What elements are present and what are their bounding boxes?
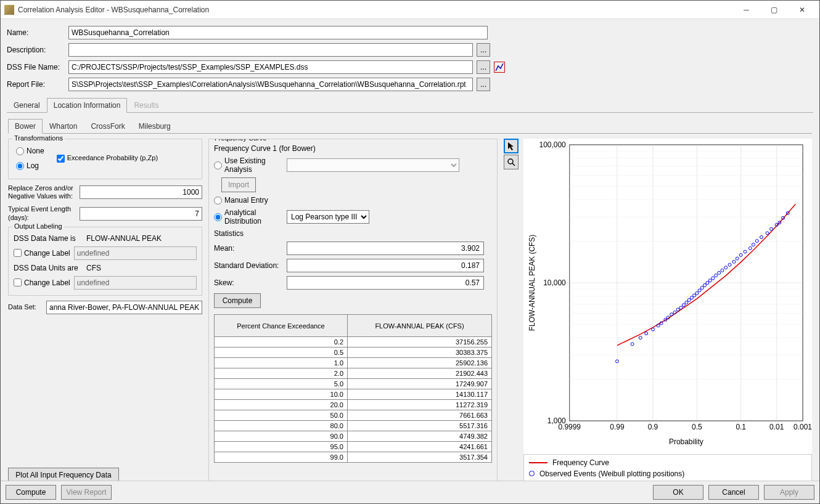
svg-point-64: [708, 279, 711, 282]
titlebar[interactable]: Correlation Analysis Editor - WBSusqueha…: [1, 1, 819, 19]
svg-point-66: [715, 274, 718, 277]
data-set-input[interactable]: [46, 301, 202, 314]
svg-point-69: [724, 266, 728, 269]
view-report-button: View Report: [61, 485, 112, 500]
table-row[interactable]: 80.05517.316: [215, 421, 492, 431]
radio-analytical[interactable]: Analytical Distribution: [214, 208, 282, 226]
table-row[interactable]: 90.04749.382: [215, 431, 492, 442]
dss-browse-button[interactable]: ...: [477, 60, 490, 74]
change-label-name-check[interactable]: Change Label: [14, 249, 70, 258]
chart-area: 0.99990.990.90.50.10.010.001100,00010,00…: [523, 139, 812, 481]
table-row[interactable]: 99.03517.354: [215, 452, 492, 463]
table-row[interactable]: 20.011272.319: [215, 400, 492, 410]
description-more-button[interactable]: ...: [477, 43, 490, 57]
tab-location-information[interactable]: Location Information: [47, 98, 128, 113]
mean-input[interactable]: [287, 242, 484, 255]
svg-point-57: [690, 296, 693, 299]
freq-curve-subtitle: Frequency Curve 1 (for Bower): [214, 144, 492, 153]
skew-label: Skew:: [214, 278, 282, 287]
std-label: Standard Deviation:: [214, 261, 282, 270]
tab-general[interactable]: General: [7, 98, 47, 112]
report-browse-button[interactable]: ...: [477, 78, 490, 91]
description-input[interactable]: [68, 43, 473, 57]
radio-none[interactable]: None: [16, 147, 44, 155]
minimize-button[interactable]: ─: [732, 1, 760, 18]
radio-log[interactable]: Log: [16, 161, 44, 170]
svg-point-79: [766, 232, 769, 235]
svg-point-70: [728, 263, 731, 266]
skew-input[interactable]: [287, 276, 484, 290]
app-window: Correlation Analysis Editor - WBSusqueha…: [0, 0, 820, 504]
dss-chart-icon[interactable]: [494, 62, 505, 73]
svg-text:0.01: 0.01: [769, 423, 784, 431]
tab-wharton[interactable]: Wharton: [43, 119, 84, 133]
tab-bower[interactable]: Bower: [8, 119, 43, 134]
replace-zeros-input[interactable]: [80, 185, 202, 199]
check-exceedance[interactable]: Exceedance Probability (p,Zp): [57, 154, 158, 162]
std-input[interactable]: [287, 259, 484, 272]
pointer-tool-button[interactable]: [504, 139, 519, 153]
svg-point-75: [748, 246, 752, 250]
report-file-input[interactable]: [68, 78, 473, 91]
table-row[interactable]: 2.021902.443: [215, 368, 492, 379]
table-row[interactable]: 0.530383.375: [215, 348, 492, 358]
tab-results: Results: [127, 98, 165, 112]
svg-point-62: [703, 283, 707, 287]
plot-all-button[interactable]: Plot All Input Frequency Data: [8, 468, 119, 481]
legend-line-icon: [529, 462, 547, 463]
svg-point-42: [631, 343, 634, 346]
table-row[interactable]: 0.237156.255: [215, 337, 492, 348]
data-set-label: Data Set:: [8, 303, 43, 311]
table-row[interactable]: 50.07661.663: [215, 410, 492, 421]
svg-point-54: [682, 304, 685, 307]
freq-table: Percent Chance Exceedance FLOW-ANNUAL PE…: [214, 314, 492, 463]
tab-crossfork[interactable]: CrossFork: [84, 119, 131, 133]
name-label: Name:: [7, 28, 65, 37]
import-button: Import: [221, 177, 256, 192]
svg-point-71: [732, 260, 736, 263]
dss-file-label: DSS File Name:: [7, 63, 65, 71]
radio-manual-entry[interactable]: Manual Entry: [214, 196, 492, 205]
svg-point-77: [755, 240, 758, 243]
svg-point-52: [676, 308, 679, 311]
maximize-button[interactable]: ▢: [760, 1, 788, 18]
table-row[interactable]: 5.017249.907: [215, 379, 492, 389]
dss-file-input[interactable]: [68, 60, 473, 74]
name-input[interactable]: [68, 26, 488, 39]
main-tabs: General Location Information Results: [7, 98, 813, 113]
compute-stats-button[interactable]: Compute: [214, 293, 261, 308]
typical-event-input[interactable]: [80, 207, 202, 221]
change-label-units-check[interactable]: Change Label: [14, 278, 70, 287]
zoom-tool-button[interactable]: [504, 155, 519, 169]
svg-point-0: [508, 159, 513, 164]
svg-text:Probability: Probability: [669, 437, 703, 446]
table-row[interactable]: 95.04241.661: [215, 442, 492, 452]
change-label-units-input: [74, 276, 197, 290]
replace-zeros-label: Replace Zeros and/or Negative Values wit…: [8, 184, 76, 200]
description-label: Description:: [7, 46, 65, 54]
change-label-name-input: [74, 246, 197, 260]
svg-text:0.99: 0.99: [610, 423, 625, 431]
app-icon: [4, 5, 14, 15]
table-row[interactable]: 1.025902.136: [215, 358, 492, 368]
cancel-button[interactable]: Cancel: [708, 485, 759, 500]
close-button[interactable]: ✕: [788, 1, 816, 18]
svg-point-72: [736, 257, 739, 260]
window-title: Correlation Analysis Editor - WBSusqueha…: [18, 6, 732, 14]
compute-button[interactable]: Compute: [6, 485, 56, 500]
distribution-select[interactable]: Log Pearson type III: [287, 210, 369, 224]
frequency-curve-group: Frequency Curve Frequency Curve 1 (for B…: [208, 139, 498, 481]
typical-event-label: Typical Event Length (days):: [8, 205, 76, 221]
tab-milesburg[interactable]: Milesburg: [132, 119, 178, 133]
svg-point-76: [752, 243, 755, 246]
svg-point-55: [685, 301, 688, 304]
svg-point-61: [700, 287, 703, 290]
transformations-group: Transformations None Log Exceedance Prob…: [8, 139, 202, 179]
col-pce: Percent Chance Exceedance: [215, 315, 348, 337]
table-row[interactable]: 10.014130.117: [215, 389, 492, 400]
ok-button[interactable]: OK: [653, 485, 703, 500]
svg-text:100,000: 100,000: [539, 140, 567, 149]
svg-point-44: [645, 332, 648, 335]
chart-legend: Frequency Curve Observed Events (Weibull…: [523, 454, 812, 481]
radio-use-existing[interactable]: Use Existing Analysis: [214, 156, 282, 174]
